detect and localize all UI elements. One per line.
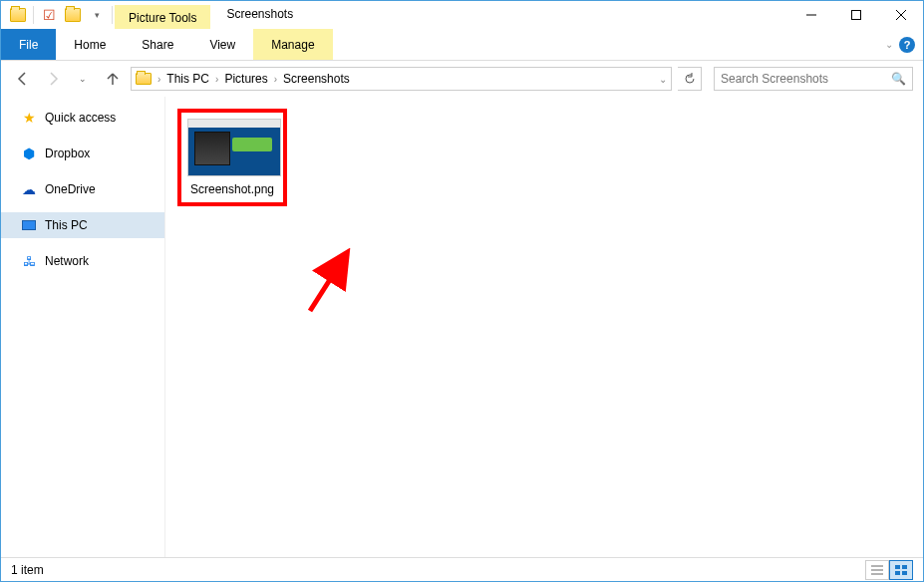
search-icon[interactable]: 🔍 [891,72,906,86]
file-item[interactable]: Screenshot.png [177,109,287,206]
tab-view[interactable]: View [191,29,253,60]
svg-line-4 [310,256,345,311]
breadcrumb-dropdown-icon[interactable]: ⌄ [659,74,667,85]
context-tab-label: Picture Tools [115,5,210,29]
nav-onedrive[interactable]: ☁ OneDrive [1,176,164,202]
breadcrumb-item[interactable]: This PC [162,72,213,86]
nav-label: This PC [45,218,88,232]
network-icon: 🖧 [21,253,37,269]
chevron-right-icon[interactable]: › [215,74,218,85]
title-bar: ☑ ▾ Picture Tools Screenshots [1,1,923,29]
nav-dropbox[interactable]: ⬢ Dropbox [1,141,164,166]
breadcrumb-item[interactable]: Screenshots [279,72,354,86]
svg-rect-1 [851,11,860,20]
properties-check-icon[interactable]: ☑ [38,4,60,26]
svg-rect-11 [902,571,907,575]
search-input[interactable] [721,72,891,86]
details-view-button[interactable] [865,560,889,580]
nav-quick-access[interactable]: ★ Quick access [1,105,164,131]
file-thumbnail [187,119,281,176]
file-tab[interactable]: File [1,29,56,60]
nav-this-pc[interactable]: This PC [1,212,164,238]
tab-manage[interactable]: Manage [253,29,332,60]
nav-label: Dropbox [45,146,90,160]
ribbon: File Home Share View Manage ⌄ ? [1,29,923,61]
minimize-button[interactable] [788,1,833,29]
ribbon-collapse-icon[interactable]: ⌄ [885,39,893,50]
back-button[interactable] [11,67,35,91]
status-text: 1 item [11,563,44,577]
tab-home[interactable]: Home [56,29,124,60]
svg-rect-9 [902,565,907,569]
thumbnails-view-button[interactable] [889,560,913,580]
nav-label: OneDrive [45,182,96,196]
nav-label: Network [45,254,89,268]
breadcrumb-folder-icon [136,73,152,85]
annotation-arrow-icon [305,246,355,316]
folder-icon[interactable] [7,4,29,26]
breadcrumb-item[interactable]: Pictures [220,72,271,86]
tab-share[interactable]: Share [124,29,191,60]
main-area: ★ Quick access ⬢ Dropbox ☁ OneDrive This… [1,97,923,557]
status-bar: 1 item [1,557,923,581]
svg-rect-8 [895,565,900,569]
recent-locations-icon[interactable]: ⌄ [71,67,95,91]
window-title: Screenshots [210,1,309,27]
forward-button[interactable] [41,67,65,91]
maximize-button[interactable] [833,1,878,29]
nav-network[interactable]: 🖧 Network [1,248,164,274]
navigation-pane: ★ Quick access ⬢ Dropbox ☁ OneDrive This… [1,97,165,557]
file-name[interactable]: Screenshot.png [187,182,277,196]
new-folder-icon[interactable] [62,4,84,26]
refresh-button[interactable] [678,67,702,91]
quick-access-toolbar: ☑ ▾ [1,1,115,29]
qat-dropdown-icon[interactable]: ▾ [86,4,108,26]
breadcrumb[interactable]: › This PC › Pictures › Screenshots ⌄ [131,67,672,91]
star-icon: ★ [21,110,37,126]
cloud-icon: ☁ [21,181,37,197]
dropbox-icon: ⬢ [21,146,37,161]
help-icon[interactable]: ? [899,37,915,53]
chevron-right-icon[interactable]: › [274,74,277,85]
svg-rect-10 [895,571,900,575]
chevron-right-icon[interactable]: › [157,74,160,85]
up-button[interactable] [101,67,125,91]
content-pane[interactable]: Screenshot.png [165,97,923,557]
close-button[interactable] [878,1,923,29]
monitor-icon [21,217,37,233]
address-bar: ⌄ › This PC › Pictures › Screenshots ⌄ 🔍 [1,61,923,97]
nav-label: Quick access [45,111,116,125]
search-box[interactable]: 🔍 [714,67,913,91]
